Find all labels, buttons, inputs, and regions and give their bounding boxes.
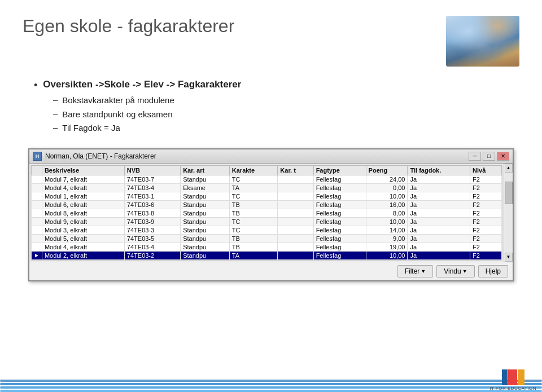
row-nvb: 74TE03-6 <box>124 200 180 209</box>
row-beskrivelse: Modul 1, elkraft <box>42 192 124 200</box>
vertical-scrollbar[interactable]: ▲ ▼ <box>504 164 513 262</box>
page-title: Egen skole - fagkarakterer <box>23 16 234 37</box>
col-beskrivelse: Beskrivelse <box>42 165 124 175</box>
hjelp-button[interactable]: Hjelp <box>478 265 508 278</box>
row-niva: F2 <box>470 234 502 243</box>
row-kar-t <box>278 251 313 259</box>
table-body: Modul 7, elkraft 74TE03-7 Standpu TC Fel… <box>32 175 502 259</box>
row-kar-art: Standpu <box>181 192 230 200</box>
titlebar-left: H Norman, Ola (ENET) - Fagkarakterer <box>33 152 156 161</box>
row-til-fagdok: Ja <box>408 243 470 251</box>
wave-bar-1 <box>0 380 542 382</box>
row-fagtype: Fellesfag <box>313 226 366 234</box>
row-til-fagdok: Ja <box>408 175 470 183</box>
table-scroll-area: Beskrivelse NVB Kar. art Karakte Kar. t … <box>29 164 513 262</box>
row-kar-art: Standpu <box>181 234 230 243</box>
row-niva: F2 <box>470 209 502 217</box>
minimize-button[interactable]: ─ <box>469 152 481 161</box>
scroll-up-button[interactable]: ▲ <box>505 164 513 173</box>
scrollbar-thumb[interactable] <box>505 182 513 204</box>
row-niva: F2 <box>470 175 502 183</box>
row-kar-t <box>278 217 313 226</box>
row-arrow: ► <box>32 251 42 259</box>
table-row[interactable]: Modul 1, elkraft 74TE03-1 Standpu TC Fel… <box>32 192 502 200</box>
vindu-arrow-icon: ▼ <box>462 268 467 274</box>
row-nvb: 74TE03-3 <box>124 226 180 234</box>
row-arrow <box>32 226 42 234</box>
logo-s <box>508 369 517 385</box>
col-kar-art: Kar. art <box>181 165 230 175</box>
row-kar-t <box>278 226 313 234</box>
sub-dash-3: – <box>53 122 58 132</box>
row-niva: F2 <box>470 243 502 251</box>
table-row[interactable]: Modul 7, elkraft 74TE03-7 Standpu TC Fel… <box>32 175 502 183</box>
window-toolbar: Filter ▼ Vindu ▼ Hjelp <box>29 262 513 280</box>
row-til-fagdok: Ja <box>408 217 470 226</box>
wave-bar-4 <box>0 390 542 392</box>
scroll-down-button[interactable]: ▼ <box>505 253 513 262</box>
col-niva: Nivå <box>470 165 502 175</box>
row-til-fagdok: Ja <box>408 183 470 192</box>
window-title: Norman, Ola (ENET) - Fagkarakterer <box>45 152 156 160</box>
row-karakte: TC <box>229 192 278 200</box>
row-karakte: TC <box>229 226 278 234</box>
row-arrow <box>32 234 42 243</box>
row-kar-t <box>278 200 313 209</box>
row-kar-art: Standpu <box>181 243 230 251</box>
footer-logo: IT FOR EDUCATION <box>489 369 536 391</box>
row-nvb: 74TE03-1 <box>124 192 180 200</box>
table-row[interactable]: Modul 5, elkraft 74TE03-5 Standpu TB Fel… <box>32 234 502 243</box>
close-button[interactable]: ✕ <box>497 152 509 161</box>
row-til-fagdok: Ja <box>408 209 470 217</box>
row-niva: F2 <box>470 251 502 259</box>
row-fagtype: Fellesfag <box>313 209 366 217</box>
sub-list: – Bokstavkarakter på modulene – Bare sta… <box>53 94 508 135</box>
footer-waves <box>0 380 542 392</box>
vindu-label: Vindu <box>444 267 461 275</box>
row-til-fagdok: Ja <box>408 226 470 234</box>
row-beskrivelse: Modul 6, elkraft <box>42 200 124 209</box>
sub-text-2: Bare standpunkt og eksamen <box>62 108 172 121</box>
row-niva: F2 <box>470 217 502 226</box>
row-nvb: 74TE03-5 <box>124 234 180 243</box>
col-poeng: Poeng <box>366 165 408 175</box>
table-row[interactable]: Modul 8, elkraft 74TE03-8 Standpu TB Fel… <box>32 209 502 217</box>
bullet-dot: • <box>34 79 37 92</box>
filter-button[interactable]: Filter ▼ <box>397 265 434 278</box>
wave-bar-2 <box>0 383 542 385</box>
table-row[interactable]: ► Modul 2, elkraft 74TE03-2 Standpu TA F… <box>32 251 502 259</box>
sub-item-3: – Til Fagdok = Ja <box>53 122 508 135</box>
row-poeng: 19,00 <box>366 243 408 251</box>
window-icon: H <box>33 152 42 161</box>
row-arrow <box>32 209 42 217</box>
vindu-button[interactable]: Vindu ▼ <box>436 265 474 278</box>
row-beskrivelse: Modul 4, elkraft <box>42 243 124 251</box>
col-nvb: NVB <box>124 165 180 175</box>
row-til-fagdok: Ja <box>408 234 470 243</box>
row-poeng: 10,00 <box>366 251 408 259</box>
filter-label: Filter <box>405 267 420 275</box>
table-row[interactable]: Modul 4, elkraft 74TE03-4 Eksame TA Fell… <box>32 183 502 192</box>
col-karakte: Karakte <box>229 165 278 175</box>
row-poeng: 10,00 <box>366 192 408 200</box>
table-row[interactable]: Modul 4, elkraft 74TE03-4 Standpu TB Fel… <box>32 243 502 251</box>
page-header: Egen skole - fagkarakterer <box>0 0 542 72</box>
row-beskrivelse: Modul 8, elkraft <box>42 209 124 217</box>
ist-logo <box>502 369 524 385</box>
table-row[interactable]: Modul 6, elkraft 74TE03-6 Standpu TB Fel… <box>32 200 502 209</box>
header-image <box>446 16 519 67</box>
row-kar-art: Standpu <box>181 217 230 226</box>
table-row[interactable]: Modul 9, elkraft 74TE03-9 Standpu TC Fel… <box>32 217 502 226</box>
row-kar-art: Standpu <box>181 209 230 217</box>
col-fagtype: Fagtype <box>313 165 366 175</box>
row-beskrivelse: Modul 2, elkraft <box>42 251 124 259</box>
row-poeng: 24,00 <box>366 175 408 183</box>
maximize-button[interactable]: □ <box>483 152 495 161</box>
row-beskrivelse: Modul 7, elkraft <box>42 175 124 183</box>
row-fagtype: Fellesfag <box>313 243 366 251</box>
fagkarakterer-table: Beskrivelse NVB Kar. art Karakte Kar. t … <box>31 165 502 260</box>
table-row[interactable]: Modul 3, elkraft 74TE03-3 Standpu TC Fel… <box>32 226 502 234</box>
row-kar-t <box>278 192 313 200</box>
row-kar-t <box>278 243 313 251</box>
window-controls[interactable]: ─ □ ✕ <box>469 152 509 161</box>
